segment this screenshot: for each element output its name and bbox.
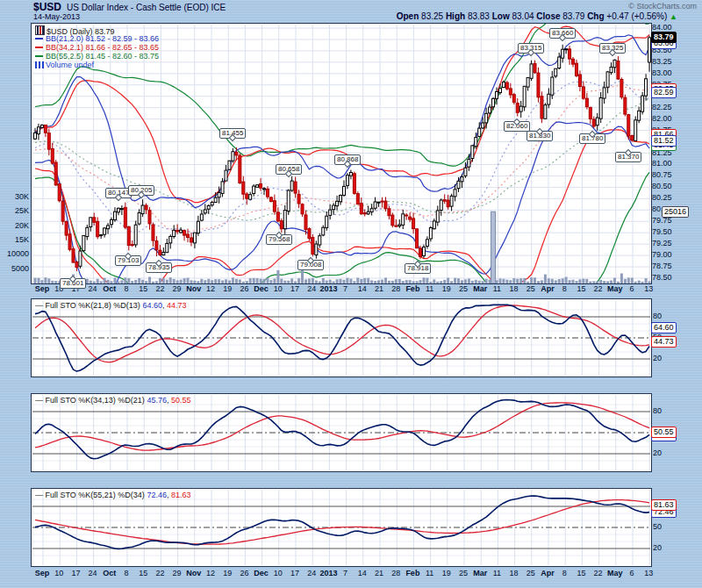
y-axis-label: 82.25 xyxy=(652,104,672,111)
close-label: Close xyxy=(536,11,560,21)
stoch-value-box: 64.60 xyxy=(651,322,677,333)
price-annotation: 81.830 xyxy=(526,131,553,141)
y-axis-label: 84.00 xyxy=(652,24,672,32)
price-value-box: 81.52 xyxy=(651,135,677,147)
y-axis-label: 82.00 xyxy=(652,115,672,123)
stoch-panel-1: — Full STO %K(21,8) %D(13) 64.60, 44.73 xyxy=(31,298,652,377)
price-value-box: 83.79 xyxy=(651,32,677,43)
price-annotation: 80.658 xyxy=(276,164,302,175)
high-label: High xyxy=(446,11,465,21)
price-annotation: 83.660 xyxy=(549,28,576,39)
y-axis-label: 78.50 xyxy=(652,274,672,282)
stoch-legend-text: — Full STO %K(21,8) %D(13) xyxy=(35,301,142,310)
legend-text: BB(55,2.5) 81.45 - 82.60 - 83.75 xyxy=(46,52,159,61)
stoch-panel-1-legend: — Full STO %K(21,8) %D(13) 64.60, 44.73 xyxy=(35,301,186,310)
volume-axis-label: 25K xyxy=(0,207,29,215)
y-axis-label: 78.75 xyxy=(652,262,672,270)
stoch-legend-text: — Full STO %K(55,21) %D(34) xyxy=(35,491,147,499)
y-axis-label: 80.75 xyxy=(652,171,672,179)
open-value: 83.25 xyxy=(421,11,443,21)
volume-icon xyxy=(35,61,44,68)
stoch-axis-label: 20 xyxy=(653,544,662,552)
legend-row: BB(55,2.5) 81.45 - 82.60 - 83.75 xyxy=(35,52,159,61)
page-title: US Dollar Index - Cash Settle (EOD) ICE xyxy=(67,3,226,12)
stoch-legend-row: — Full STO %K(55,21) %D(34) 72.46, 81.63 xyxy=(35,491,190,499)
chg-value: +0.47 (+0.56%) xyxy=(606,11,667,21)
y-axis-label: 79.00 xyxy=(652,251,672,259)
price-annotation: 79.568 xyxy=(266,234,292,245)
stoch-panel-3-legend: — Full STO %K(55,21) %D(34) 72.46, 81.63 xyxy=(35,491,190,499)
volume-axis-label: 15K xyxy=(0,236,29,244)
stoch-value-box: 81.63 xyxy=(651,499,677,511)
stoch-panel-1-canvas xyxy=(32,299,651,376)
stoch-panel-2-canvas xyxy=(32,394,651,471)
quote-summary: Open 83.25 High 83.83 Low 83.04 Close 83… xyxy=(397,11,677,21)
legend-text: BB(34,2.1) 81.66 - 82.65 - 83.65 xyxy=(46,43,159,52)
price-chart-legend: $USD (Daily) 83.79BB(21,2.0) 81.52 - 82.… xyxy=(35,25,159,69)
price-annotation: 83.315 xyxy=(518,43,544,54)
volume-axis-label: 30K xyxy=(0,193,29,201)
chart-date: 14-May-2013 xyxy=(33,12,80,21)
stoch-axis-label: 80 xyxy=(653,312,662,320)
stoch-value-box: 50.55 xyxy=(651,427,677,438)
stoch-panel-2-legend: — Full STO %K(34,13) %D(21) 45.76, 50.55 xyxy=(35,396,190,405)
legend-row: Volume undef xyxy=(35,61,159,69)
legend-row: BB(34,2.1) 81.66 - 82.65 - 83.65 xyxy=(35,43,159,52)
x-tick-label: 13 xyxy=(634,569,663,578)
line-swatch xyxy=(35,55,43,57)
legend-text: Volume undef xyxy=(46,61,94,69)
y-axis-label: 80.50 xyxy=(652,183,672,190)
y-axis-label: 79.50 xyxy=(652,228,672,236)
price-annotation: 80.205 xyxy=(128,185,154,196)
low-value: 83.04 xyxy=(512,11,534,21)
close-value: 83.79 xyxy=(562,11,584,21)
stoch-k-value: 45.76 xyxy=(147,396,167,405)
stoch-d-value: 81.63 xyxy=(171,491,191,499)
up-arrow-icon: ▲ xyxy=(670,12,677,21)
price-annotation: 79.103 xyxy=(115,255,141,266)
price-annotation: 80.868 xyxy=(334,154,361,165)
high-value: 83.83 xyxy=(468,11,490,21)
price-annotation: 82.060 xyxy=(504,121,530,132)
stoch-panel-3-canvas xyxy=(32,489,651,566)
price-annotation: 78.601 xyxy=(60,278,86,289)
copyright: © StockCharts.com xyxy=(628,2,697,11)
price-annotation: 78.935 xyxy=(146,262,172,273)
stoch-value-box: 44.73 xyxy=(651,336,677,348)
stoch-axis-label: 20 xyxy=(653,355,662,362)
stoch-panel-2: — Full STO %K(34,13) %D(21) 45.76, 50.55 xyxy=(31,393,652,472)
price-annotation: 81.780 xyxy=(579,133,605,144)
volume-axis-label: 5000 xyxy=(0,265,29,273)
y-axis-label: 79.75 xyxy=(652,217,672,225)
volume-value-box: 25016 xyxy=(662,206,689,218)
stoch-k-value: 64.60 xyxy=(142,301,162,310)
open-label: Open xyxy=(397,11,419,21)
volume-axis-label: 10000 xyxy=(0,250,29,258)
stoch-legend-row: — Full STO %K(21,8) %D(13) 64.60, 44.73 xyxy=(35,301,186,310)
x-tick-label: 13 xyxy=(634,284,663,294)
price-annotation: 79.008 xyxy=(297,260,324,270)
price-annotation: 81.455 xyxy=(219,128,246,139)
y-axis-label: 83.00 xyxy=(652,69,672,77)
chg-label: Chg xyxy=(587,11,604,21)
y-axis-label: 80.25 xyxy=(652,194,672,202)
symbol: $USD xyxy=(33,1,61,13)
stoch-k-value: 72.46 xyxy=(147,491,167,499)
y-axis-label: 83.25 xyxy=(652,58,672,66)
stoch-axis-label: 50 xyxy=(653,523,662,531)
legend-text: BB(21,2.0) 81.52 - 82.59 - 83.66 xyxy=(46,34,159,43)
price-annotation: 78.918 xyxy=(405,263,431,274)
stockcharts-chart-page: $USD US Dollar Index - Cash Settle (EOD)… xyxy=(0,0,702,588)
legend-row: $USD (Daily) 83.79 xyxy=(35,25,159,34)
stoch-panel-3: — Full STO %K(55,21) %D(34) 72.46, 81.63 xyxy=(31,488,652,567)
stoch-legend-text: — Full STO %K(34,13) %D(21) xyxy=(35,396,147,405)
stoch-legend-row: — Full STO %K(34,13) %D(21) 45.76, 50.55 xyxy=(35,396,190,405)
y-axis-label: 81.00 xyxy=(652,160,672,168)
low-label: Low xyxy=(492,11,510,21)
price-annotation: 83.325 xyxy=(599,43,626,54)
stoch-d-value: 44.73 xyxy=(167,301,187,310)
stoch-axis-label: 80 xyxy=(653,407,662,415)
line-swatch xyxy=(35,38,43,39)
y-axis-label: 79.25 xyxy=(652,240,672,247)
line-swatch xyxy=(35,47,43,48)
